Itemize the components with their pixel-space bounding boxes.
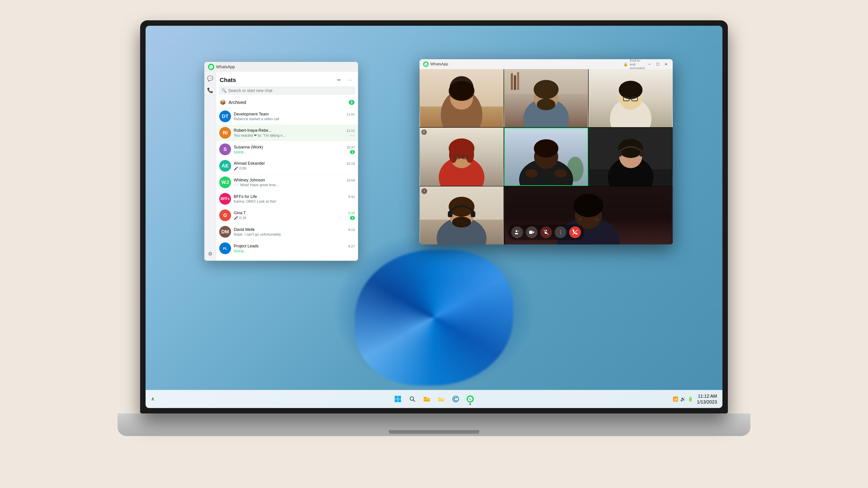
edge-browser-button[interactable] (450, 393, 462, 405)
file-explorer-button[interactable] (421, 393, 433, 405)
unread-badge: 1 (350, 216, 355, 220)
participant-2-svg (504, 69, 588, 127)
participant-6-svg (589, 128, 673, 186)
battery-icon[interactable]: 🔋 (688, 396, 693, 402)
svg-rect-10 (514, 75, 516, 90)
svg-rect-11 (517, 72, 519, 90)
chat-item-development-team[interactable]: DT Development Team 11:01 Rebecca starte… (216, 108, 358, 125)
avatar-project-leads: PL (219, 242, 231, 254)
taskbar-left: ∧ (151, 396, 155, 402)
chat-preview-typing: typing... (234, 150, 350, 154)
avatar-bffs: BFFs (219, 193, 231, 205)
chat-time: 11:11 (346, 129, 355, 132)
more-button[interactable] (555, 226, 566, 238)
avatar-david: DM (219, 226, 231, 238)
participant-5-svg (504, 128, 588, 186)
video-call-titlebar: WhatsApp 🔒 End-to-end encrypted ─ ☐ ✕ (420, 59, 673, 69)
svg-point-27 (449, 147, 458, 163)
laptop-screen: WhatsApp 💬 📞 ⚙ Chats (146, 26, 722, 408)
chat-items-list: DT Development Team 11:01 Rebecca starte… (216, 108, 358, 261)
archived-row[interactable]: 📦 Archived 2 (216, 97, 358, 108)
search-icon: 🔍 (221, 88, 226, 93)
chat-name: Development Team (234, 112, 269, 117)
taskbar-clock[interactable]: 11:12 AM 1/13/2023 (697, 393, 717, 405)
chat-item-bffs[interactable]: BFFs BFFs for Life 9:31 Karina: OMG! Loo… (216, 191, 358, 207)
chat-preview-row: 🎤 0:16 1 (234, 216, 355, 220)
sidebar-chats-icon[interactable]: 💬 (205, 74, 215, 84)
svg-point-61 (516, 230, 518, 232)
chat-item-gina[interactable]: G Gina T 9:26 🎤 0:16 1 (216, 207, 358, 224)
chat-name-row: Gina T 9:26 (234, 210, 355, 215)
minimize-button[interactable]: ─ (647, 61, 653, 67)
whatsapp-taskbar-button[interactable] (464, 393, 476, 405)
search-input[interactable] (228, 88, 352, 93)
chevron-up-icon[interactable]: ∧ (151, 396, 155, 402)
chat-preview-row: typing... 1 (234, 150, 355, 154)
maximize-button[interactable]: ☐ (655, 61, 661, 67)
search-bar[interactable]: 🔍 (219, 86, 355, 95)
avatar-robert-inaya-rebecca: RI (219, 127, 231, 139)
chat-item-susanna[interactable]: S Susanna (Work) 10:37 typing... 1 (216, 141, 358, 158)
system-tray-icons: 📶 🔊 🔋 (673, 396, 693, 402)
chat-name-row: Project Leads 8:27 (234, 244, 355, 249)
call-controls (508, 225, 585, 240)
chat-item-david[interactable]: DM David Melik 9:13 Nope. I can't go unf… (216, 224, 358, 240)
new-chat-icon[interactable]: ✏ (335, 75, 344, 85)
close-button[interactable]: ✕ (663, 61, 669, 67)
svg-point-6 (450, 76, 474, 100)
svg-point-37 (525, 169, 538, 177)
sidebar-calls-icon[interactable]: 📞 (205, 86, 215, 95)
chat-preview-row: You reacted ❤ to: "I'm taking n... ✓✓ (234, 133, 355, 138)
svg-point-68 (560, 232, 561, 233)
chat-time: 10:15 (346, 162, 355, 165)
whatsapp-titlebar: WhatsApp (204, 62, 358, 72)
wifi-icon[interactable]: 📶 (673, 396, 678, 402)
folder-button[interactable] (435, 393, 447, 405)
chat-item-ahmad[interactable]: AE Ahmad Eskander 10:15 🎤 0:09 (216, 158, 358, 174)
participants-button[interactable] (511, 226, 523, 238)
lock-text: End-to-end encrypted (630, 59, 645, 70)
camera-button[interactable] (526, 226, 537, 238)
video-cell-1: 🔇 (420, 69, 504, 127)
chat-item-whitney[interactable]: WJ Whitney Johnson 10:04 ✓✓ Wow! Have gr… (216, 174, 358, 191)
taskbar-right: 📶 🔊 🔋 11:12 AM 1/13/2023 (673, 393, 717, 405)
svg-rect-53 (471, 211, 475, 217)
unread-badge: 1 (350, 150, 355, 154)
svg-point-19 (619, 80, 643, 99)
avatar-ahmad: AE (219, 160, 231, 172)
chat-item-project-leads[interactable]: PL Project Leads 8:27 typing... (216, 240, 358, 257)
chat-info-project-leads: Project Leads 8:27 typing... (234, 244, 355, 253)
system-tray-left: ∧ (151, 396, 155, 402)
svg-point-14 (534, 80, 559, 99)
mute-button[interactable] (540, 226, 552, 238)
chat-name: Ahmad Eskander (234, 161, 265, 166)
screen-bezel: WhatsApp 💬 📞 ⚙ Chats (140, 20, 728, 414)
svg-rect-9 (511, 73, 513, 90)
sidebar-settings-icon[interactable]: ⚙ (205, 249, 215, 259)
chat-name-row: Susanna (Work) 10:37 (234, 145, 355, 150)
chat-name-row: Whitney Johnson 10:04 (234, 178, 355, 183)
search-taskbar-button[interactable] (406, 393, 418, 405)
svg-rect-45 (640, 152, 644, 157)
chat-name-row: BFFs for Life 9:31 (234, 194, 355, 199)
chat-preview-row: Karina: OMG! Look at this! (234, 199, 355, 203)
svg-point-75 (410, 397, 414, 400)
archived-icon: 📦 (220, 99, 226, 105)
participant-1-svg (420, 69, 504, 127)
menu-icon[interactable]: ⋯ (345, 75, 354, 85)
svg-point-28 (466, 147, 474, 163)
chat-name-row: Ahmad Eskander 10:15 (234, 161, 355, 166)
volume-icon[interactable]: 🔊 (680, 396, 686, 402)
svg-rect-71 (395, 396, 398, 399)
end-call-button[interactable] (569, 226, 581, 238)
chat-time: 10:37 (346, 145, 355, 149)
start-button[interactable] (392, 393, 404, 405)
chat-preview-typing: typing... (234, 249, 355, 253)
svg-line-76 (413, 400, 415, 402)
chat-name-row: Development Team 11:01 (234, 112, 355, 117)
taskbar-center (392, 393, 476, 405)
chat-item-robert-inaya-rebecca[interactable]: RI Robert-Inaya-Rebe... 11:11 You reacte… (216, 125, 358, 141)
chat-info-bffs: BFFs for Life 9:31 Karina: OMG! Look at … (234, 194, 355, 203)
video-cell-3 (589, 69, 673, 127)
avatar-gina: G (219, 209, 231, 221)
